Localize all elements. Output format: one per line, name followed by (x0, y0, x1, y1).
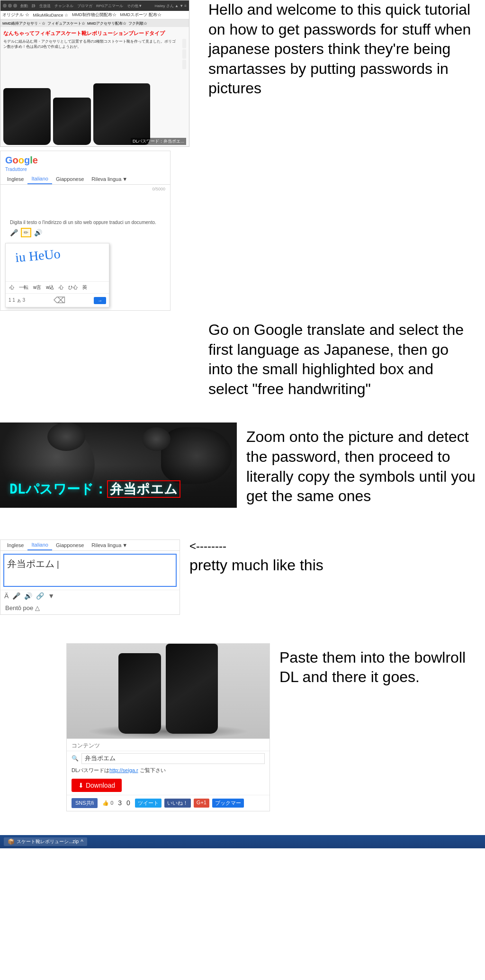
dl-password-label: DLパスワード： (9, 481, 107, 497)
jp-tab-item: MMDアクセサリ配布☆ (87, 21, 126, 26)
result-dropdown-arrow-icon: ▼ (122, 542, 127, 548)
bowlroll-search-icon: 🔍 (72, 755, 79, 762)
dropdown-arrow-icon: ▼ (122, 176, 127, 182)
dark-shape-1 (47, 423, 85, 451)
jp-tab-item: フク列順☆ (128, 21, 147, 26)
g-letter-g2: g (24, 155, 30, 165)
g-letter-g: G (5, 155, 13, 165)
lang-btn-inglese[interactable]: Inglese (3, 174, 27, 184)
tweet-button[interactable]: ツイート (135, 799, 162, 808)
translate-input-text: 弁当ポエム (7, 558, 54, 569)
shoe-image-3 (93, 83, 150, 145)
sns-button[interactable]: SNS共fi (72, 798, 98, 808)
google-logo-area: Google (0, 151, 170, 167)
lang-detect: Rileva lingua ▼ (88, 174, 131, 184)
bowlroll-download-button[interactable]: ⬇ Download (72, 779, 122, 792)
jp-tab-item: フィギュアスケート☆ (47, 21, 85, 26)
result-lang-detect-text: Rileva lingua (91, 542, 121, 548)
handwriting-canvas[interactable]: iu HeUo (6, 243, 109, 281)
translate-bottom-text: Digita il testo o l'indirizzo di un sito… (5, 218, 165, 227)
bowlroll-shoe1 (118, 653, 161, 734)
handwriting-suggestion-item[interactable]: 心 (57, 284, 65, 291)
result-mic-icon[interactable]: 🎤 (12, 592, 20, 600)
social-gplus: 0 (126, 799, 130, 807)
comment-bar (182, 49, 186, 59)
taskbar-file-label: スケート靴レボリューシ...zip (17, 838, 79, 845)
handwriting-suggestion-item[interactable]: w言 (31, 284, 43, 291)
handwriting-text-display: iu HeUo (15, 246, 61, 265)
section1-right-text: Hello and welcome to this quick tutorial… (199, 0, 485, 103)
section2-left-spacer (0, 315, 199, 404)
translate-result-input[interactable]: 弁当ポエム | (3, 554, 177, 587)
lang-btn-italiano[interactable]: Italiano (27, 174, 52, 184)
bowlroll-shoe2 (166, 644, 218, 734)
browser-url: 創動 静 生放送 チャンネル ブロマガ RPGアニマール その他▼ (20, 3, 142, 9)
browser-bar: 創動 静 生放送 チャンネル ブロマガ RPGアニマール その他▼ Hailey… (0, 0, 189, 11)
taskbar-file-item[interactable]: 📦 スケート靴レボリューシ...zip ^ (4, 837, 87, 846)
zoom-text: Zoom onto the picture and detect the pas… (246, 427, 476, 506)
jp-menu-item: オリジナル ☆ (2, 12, 29, 18)
result-dropdown-icon[interactable]: ▼ (48, 592, 54, 600)
handwriting-suggestion-item[interactable]: w込 (44, 284, 56, 291)
g-letter-o2: o (18, 155, 24, 165)
result-lang-btn-italiano[interactable]: Italiano (27, 540, 52, 550)
hw-page-number: 1 1 ぁ 3 (9, 297, 25, 304)
like-button[interactable]: いいね！ (164, 799, 191, 808)
bowlroll-shoes-area (67, 644, 269, 738)
handwriting-suggestion-item[interactable]: 莢 (81, 284, 89, 291)
jp-post-title: なんちゃってフィギュアスケート靴レボリューションブレードタイプ (3, 30, 186, 37)
translate-label: Traduttore (0, 167, 170, 174)
translate-result-box: Inglese Italiano Giapponese Rileva lingu… (0, 539, 180, 615)
result-lang-detect: Rileva lingua ▼ (88, 540, 131, 550)
jp-menu-item: MMDスポーツ 配布☆ (120, 12, 162, 18)
section-bowlroll: コンテンツ 🔍 DLパスワードはhttp://seiga.r ご覧下さい ⬇ D… (0, 634, 485, 821)
jp-menu-bar: オリジナル ☆ MikuMikuDance ☆ MMD制作物公開配布☆ MMDス… (0, 11, 189, 19)
handwriting-bottom-bar: 1 1 ぁ 3 ⌫ → (6, 293, 109, 307)
speaker-icon[interactable]: 🔊 (34, 229, 42, 236)
dl-password-value: 弁当ポエム (107, 480, 180, 498)
handwriting-suggestions: 心 一転 w言 w込 心 ひ心 莢 (6, 281, 109, 293)
share-count: 3 (118, 799, 122, 807)
pencil-icon[interactable]: ✏ (21, 228, 31, 237)
jp-shoes-area: DLパスワード：弁当ポエ... (3, 69, 186, 145)
screenshot1-container: 創動 静 生放送 チャンネル ブロマガ RPGアニマール その他▼ Hailey… (0, 0, 199, 311)
translate-textarea[interactable] (5, 188, 165, 216)
section-intro: 創動 静 生放送 チャンネル ブロマガ RPGアニマール その他▼ Hailey… (0, 0, 485, 315)
bowlroll-content: コンテンツ 🔍 DLパスワードはhttp://seiga.r ご覧下さい ⬇ D… (67, 738, 269, 792)
handwriting-suggestion-item[interactable]: 一転 (17, 284, 30, 291)
translate-input-area: 0/5000 Digita il testo o l'indirizzo di … (0, 185, 170, 241)
translate-lang-bar: Inglese Italiano Giapponese Rileva lingu… (0, 174, 170, 185)
lang-detect-text: Rileva lingua (91, 176, 121, 182)
lang-btn-giapponese[interactable]: Giapponese (52, 174, 88, 184)
bowlroll-content-label: コンテンツ (67, 739, 269, 751)
japanese-content: オリジナル ☆ MikuMikuDance ☆ MMD制作物公開配布☆ MMDス… (0, 11, 189, 146)
jp-tab-item: MMD絡持アクセサリ・☆ (2, 21, 45, 26)
handwriting-suggestion-item[interactable]: 心 (8, 284, 16, 291)
result-link-icon[interactable]: 🔗 (36, 592, 44, 600)
zoomed-image: DLパスワード：弁当ポエム (0, 423, 237, 508)
gplus-button[interactable]: G+1 (194, 799, 209, 808)
handwriting-popup: ✕ iu HeUo 心 一転 w言 w込 心 ひ心 莢 1 1 ぁ 3 ⌫ → (5, 243, 109, 307)
jp-post-description: モデルに組み込む用・アクセサリとして設置する用の2種類コストケート靴を作って見ま… (3, 39, 179, 49)
result-lang-btn-inglese[interactable]: Inglese (3, 540, 27, 550)
bookmark-button[interactable]: ブックマー (212, 799, 244, 808)
bowlroll-password-link[interactable]: http://seiga.r (109, 767, 138, 773)
browser-dot (3, 4, 7, 8)
section-zoom: DLパスワード：弁当ポエム Zoom onto the picture and … (0, 413, 485, 515)
mic-icon[interactable]: 🎤 (10, 229, 18, 236)
taskbar-file-icon: 📦 (8, 838, 15, 845)
result-edit-icon[interactable]: Ä (4, 592, 9, 600)
comment-bar (182, 60, 186, 69)
result-lang-btn-giapponese[interactable]: Giapponese (52, 540, 88, 550)
google-logo-text: Google (5, 155, 38, 166)
hw-clear-icon[interactable]: ⌫ (54, 295, 65, 306)
section3-right: Zoom onto the picture and detect the pas… (237, 423, 485, 511)
jp-menu-item: MMD制作物公開配布☆ (72, 12, 117, 18)
translate-icons: 🎤 ✏ 🔊 (5, 227, 165, 238)
dl-password-text: DLパスワード：弁当ポエム (9, 480, 180, 498)
hw-submit-button[interactable]: → (94, 297, 106, 304)
shoe-image-1 (3, 88, 51, 145)
bowlroll-password-input[interactable] (81, 753, 265, 764)
handwriting-suggestion-item[interactable]: ひ心 (66, 284, 80, 291)
result-speaker-icon[interactable]: 🔊 (24, 592, 32, 600)
